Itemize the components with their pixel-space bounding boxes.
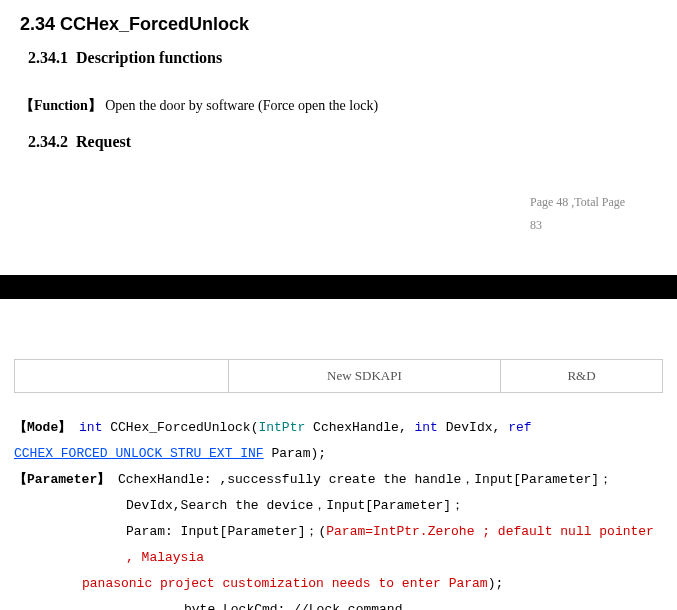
param-red-2: panasonic project customization needs to… — [82, 576, 488, 591]
parameter-cchexhandle: 【Parameter】 CchexHandle: ,successfully c… — [14, 467, 663, 493]
section-heading: 2.34 CCHex_ForcedUnlock — [20, 14, 657, 35]
type-intptr: IntPtr — [258, 420, 305, 435]
struct-type-link[interactable]: CCHEX_FORCED_UNLOCK_STRU_EXT_INF — [14, 446, 264, 461]
function-name: CCHex_ForcedUnlock( — [102, 420, 258, 435]
page-1: 2.34 CCHex_ForcedUnlock 2.34.1 Descripti… — [0, 0, 677, 257]
mode-line-2: CCHEX_FORCED_UNLOCK_STRU_EXT_INF Param); — [14, 441, 663, 467]
mode-label: 【Mode】 — [14, 420, 71, 435]
function-text: Open the door by software (Force open th… — [105, 98, 378, 113]
param-cchex-text: CchexHandle: ,successfully create the ha… — [110, 472, 612, 487]
table-row: New SDKAPI R&D — [15, 359, 663, 392]
subsection-1-number: 2.34.1 — [28, 49, 68, 66]
keyword-ref: ref — [508, 420, 531, 435]
parameter-devidx: DevIdx,Search the device，Input[Parameter… — [14, 493, 663, 519]
section-number: 2.34 — [20, 14, 55, 34]
section-title: CCHex_ForcedUnlock — [60, 14, 249, 34]
page-number-line2: 83 — [530, 218, 542, 232]
param-lead: Param: Input[Parameter]；( — [126, 524, 326, 539]
mode-line: 【Mode】 int CCHex_ForcedUnlock(IntPtr Cch… — [14, 415, 663, 441]
page-number-block: Page 48 ,Total Page 83 — [530, 191, 670, 237]
arg-cchexhandle: CchexHandle, — [305, 420, 414, 435]
page-number-line1: Page 48 ,Total Page — [530, 195, 625, 209]
subsection-1-heading: 2.34.1 Description functions — [28, 49, 657, 67]
parameter-param: Param: Input[Parameter]；(Param=IntPtr.Ze… — [14, 519, 663, 571]
function-description: 【Function】 Open the door by software (Fo… — [20, 97, 657, 115]
parameter-label: 【Parameter】 — [14, 472, 110, 487]
function-label: 【Function】 — [20, 98, 102, 113]
param-tail: ); — [488, 576, 504, 591]
subsection-2-title: Request — [76, 133, 131, 150]
subsection-2-heading: 2.34.2 Request — [28, 133, 657, 151]
subsection-2-number: 2.34.2 — [28, 133, 68, 150]
header-col-1 — [15, 359, 229, 392]
keyword-int-2: int — [415, 420, 438, 435]
page-separator — [0, 275, 677, 299]
parameter-param-cont: panasonic project customization needs to… — [14, 571, 663, 597]
arg-devidx: DevIdx, — [438, 420, 508, 435]
field-lockcmd: byte LockCmd; //Lock command — [14, 597, 663, 610]
keyword-int: int — [79, 420, 102, 435]
code-block: 【Mode】 int CCHex_ForcedUnlock(IntPtr Cch… — [14, 415, 663, 610]
page-2: New SDKAPI R&D 【Mode】 int CCHex_ForcedUn… — [0, 299, 677, 610]
header-col-3: R&D — [500, 359, 662, 392]
header-table: New SDKAPI R&D — [14, 359, 663, 393]
param-close: Param); — [264, 446, 326, 461]
subsection-1-title: Description functions — [76, 49, 222, 66]
header-col-2: New SDKAPI — [228, 359, 500, 392]
